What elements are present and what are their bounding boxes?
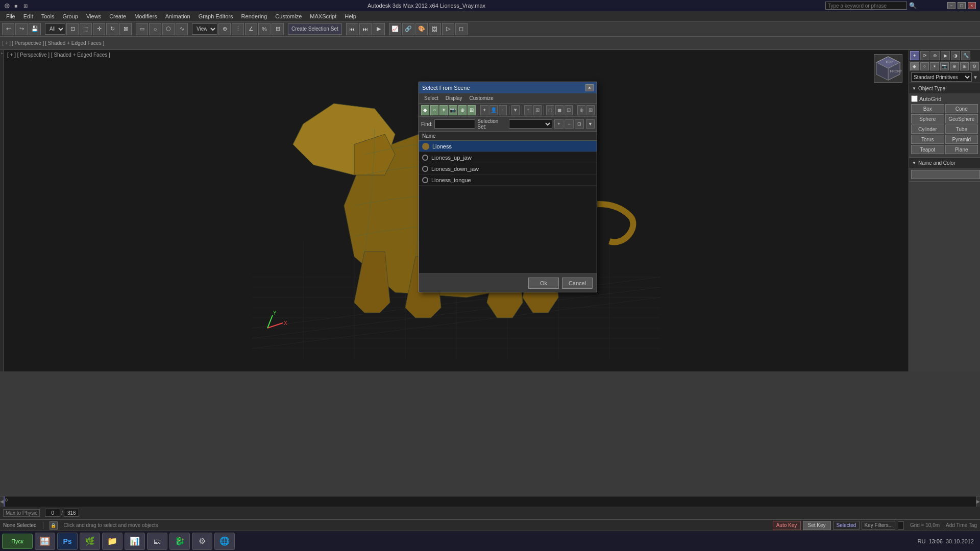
pyramid-button[interactable]: Pyramid — [945, 135, 978, 144]
taskbar-btn-5[interactable]: 📊 — [125, 533, 145, 550]
play-anim[interactable]: ▶ — [373, 23, 385, 35]
quick-render[interactable]: ▷ — [442, 23, 454, 35]
taskbar-btn-8[interactable]: ⚙ — [192, 533, 212, 550]
undo-button[interactable]: ↩ — [2, 23, 14, 35]
dialog-shapes[interactable]: ○ — [430, 105, 438, 115]
close-button[interactable]: × — [968, 2, 976, 9]
dialog-object-list[interactable]: Lioness Lioness_up_jaw Lioness_down_jaw … — [419, 141, 597, 273]
menu-file[interactable]: File — [2, 12, 19, 20]
render-scene[interactable]: 🖼 — [429, 23, 441, 35]
start-button[interactable]: Пуск — [2, 534, 33, 549]
save-button[interactable]: 💾 — [29, 23, 41, 35]
dialog-lights[interactable]: ☀ — [439, 105, 448, 115]
autogrid-checkbox[interactable] — [911, 95, 918, 102]
menu-animation[interactable]: Animation — [161, 12, 194, 20]
lights-tab[interactable]: ☀ — [930, 62, 939, 70]
dialog-icon-view[interactable]: ⊞ — [533, 105, 542, 115]
geometry-tab[interactable]: ◆ — [910, 62, 919, 70]
next-key[interactable]: ⏭ — [359, 23, 372, 35]
tube-button[interactable]: Tube — [945, 124, 978, 134]
dialog-title-bar[interactable]: Select From Scene × — [419, 82, 597, 93]
title-menu-icons[interactable]: ⊞ — [23, 3, 28, 9]
create-panel-icon[interactable]: ✦ — [910, 51, 919, 60]
search-icon[interactable]: 🔍 — [909, 2, 917, 9]
menu-graph-editors[interactable]: Graph Editors — [194, 12, 237, 20]
torus-button[interactable]: Torus — [911, 135, 944, 144]
menu-help[interactable]: Help — [340, 12, 360, 20]
dialog-display-subtree[interactable]: ⊕ — [577, 105, 585, 115]
key-filters-btn[interactable]: Key Filters... — [862, 521, 895, 530]
dialog-biped[interactable]: 👤 — [489, 105, 498, 115]
dialog-menu-select[interactable]: Select — [421, 94, 442, 102]
lasso-select[interactable]: ∿ — [176, 23, 188, 35]
rect-select[interactable]: ▭ — [136, 23, 148, 35]
redo-button[interactable]: ↪ — [15, 23, 28, 35]
current-frame[interactable] — [45, 509, 60, 517]
menu-views[interactable]: Views — [82, 12, 105, 20]
menu-edit[interactable]: Edit — [19, 12, 37, 20]
set-key-button[interactable]: Set Key — [803, 521, 831, 530]
dialog-particle[interactable]: · — [499, 105, 507, 115]
dialog-menu-display[interactable]: Display — [443, 94, 465, 102]
scale-button[interactable]: ⊠ — [119, 23, 132, 35]
dialog-ok-button[interactable]: Ok — [528, 278, 559, 289]
hierarchy-panel-icon[interactable]: ⊕ — [930, 51, 940, 60]
utilities-panel-icon[interactable]: 🔧 — [961, 51, 970, 60]
percent-snap[interactable]: % — [258, 23, 271, 35]
dialog-close-button[interactable]: × — [585, 84, 594, 91]
plane-button[interactable]: Plane — [945, 145, 978, 154]
taskbar-btn-6[interactable]: 🗂 — [147, 533, 167, 550]
box-button[interactable]: Box — [911, 104, 944, 113]
taskbar-btn-1[interactable]: 🪟 — [35, 533, 55, 550]
helpers-tab[interactable]: ⊕ — [950, 62, 959, 70]
list-item-lioness-down-jaw[interactable]: Lioness_down_jaw — [419, 163, 597, 174]
curve-editor[interactable]: 📈 — [389, 23, 401, 35]
dialog-select-all[interactable]: ◻ — [546, 105, 554, 115]
dialog-helpers[interactable]: ⊕ — [458, 105, 467, 115]
material-editor[interactable]: 🎨 — [415, 23, 428, 35]
dialog-select-none[interactable]: ◼ — [555, 105, 564, 115]
menu-customize[interactable]: Customize — [271, 12, 306, 20]
display-panel-icon[interactable]: ◑ — [951, 51, 960, 60]
name-color-header[interactable]: ▼ Name and Color — [909, 158, 980, 168]
menu-group[interactable]: Group — [58, 12, 82, 20]
taskbar-btn-7[interactable]: 🐉 — [169, 533, 190, 550]
menu-rendering[interactable]: Rendering — [237, 12, 272, 20]
find-options[interactable]: ▼ — [586, 119, 595, 129]
rotate-button[interactable]: ↻ — [106, 23, 118, 35]
menu-create[interactable]: Create — [105, 12, 130, 20]
viewport-nav-cube[interactable]: TOP FRONT — [874, 54, 904, 85]
title-menu-file[interactable]: ■ — [14, 3, 17, 9]
dialog-filter[interactable]: ▼ — [511, 105, 520, 115]
category-select[interactable]: Standard Primitives — [911, 72, 972, 82]
minimize-button[interactable]: − — [947, 2, 955, 9]
selection-set-dropdown[interactable] — [509, 119, 552, 129]
snap-toggle[interactable]: ⋮ — [232, 23, 244, 35]
sel-set-remove[interactable]: − — [565, 119, 574, 129]
taskbar-btn-chrome[interactable]: 🌐 — [214, 533, 235, 550]
angle-snap[interactable]: ∠ — [245, 23, 257, 35]
taskbar-btn-3[interactable]: 🌿 — [80, 533, 100, 550]
total-frames[interactable] — [64, 509, 79, 517]
add-time-tag-btn[interactable]: Add Time Tag — [946, 522, 977, 528]
schematic[interactable]: 🔗 — [402, 23, 414, 35]
filter-dropdown[interactable]: All — [45, 23, 65, 35]
dialog-invert[interactable]: ⊡ — [565, 105, 573, 115]
sphere-button[interactable]: Sphere — [911, 114, 944, 123]
auto-key-button[interactable]: Auto Key — [773, 521, 801, 530]
dialog-cancel-button[interactable]: Cancel — [562, 278, 593, 289]
spacewarps-tab[interactable]: ⊞ — [960, 62, 969, 70]
geosphere-button[interactable]: GeoSphere — [945, 114, 978, 123]
select-region[interactable]: ⬚ — [80, 23, 92, 35]
shapes-tab[interactable]: ○ — [920, 62, 929, 70]
dialog-spacewarps[interactable]: ⊞ — [468, 105, 476, 115]
dialog-select-subtree[interactable]: ⊞ — [586, 105, 595, 115]
sel-set-add[interactable]: + — [554, 119, 564, 129]
cone-button[interactable]: Cone — [945, 104, 978, 113]
ref-coord[interactable]: ⊕ — [218, 23, 231, 35]
list-item-lioness[interactable]: Lioness — [419, 141, 597, 152]
render-to-texture[interactable]: ◻ — [455, 23, 468, 35]
list-item-lioness-up-jaw[interactable]: Lioness_up_jaw — [419, 152, 597, 163]
dialog-menu-customize[interactable]: Customize — [467, 94, 497, 102]
menu-modifiers[interactable]: Modifiers — [130, 12, 161, 20]
